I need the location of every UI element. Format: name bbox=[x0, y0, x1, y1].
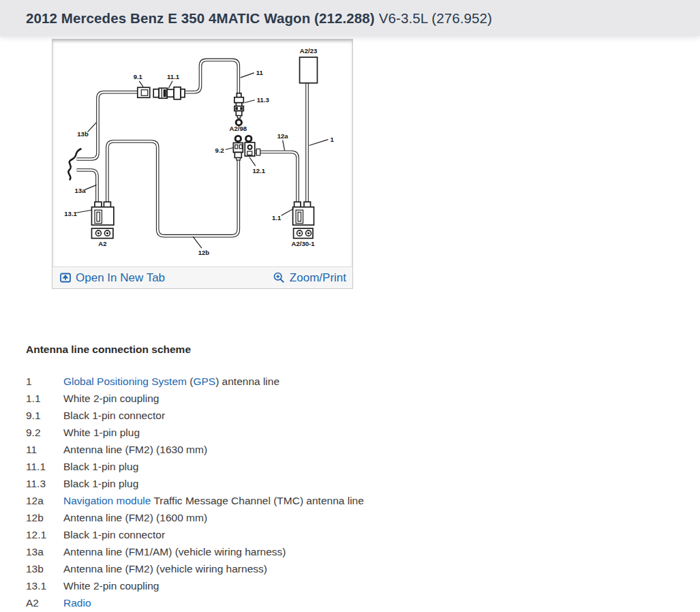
legend-row: 9.2White 1-pin plug bbox=[26, 424, 700, 441]
legend-row: 11.3Black 1-pin plug bbox=[26, 475, 700, 492]
legend-item-id: 11.1 bbox=[26, 458, 63, 475]
a2-23-box bbox=[300, 57, 318, 83]
legend-item-plain-text: Black 1-pin plug bbox=[63, 478, 138, 489]
legend-item-id: 1.1 bbox=[26, 390, 63, 407]
legend-item-link[interactable]: Navigation module bbox=[63, 495, 151, 506]
legend-item-id: 12.1 bbox=[26, 526, 63, 543]
label-11: 11 bbox=[256, 69, 264, 76]
harness-break-symbol bbox=[68, 149, 80, 180]
legend-row: 1Global Positioning System (GPS) antenna… bbox=[26, 373, 700, 390]
legend-heading: Antenna line connection scheme bbox=[26, 343, 700, 356]
page-title-engine: V6-3.5L (276.952) bbox=[379, 10, 492, 26]
legend-item-plain-text: White 2-pin coupling bbox=[63, 580, 159, 592]
diagram-panel: A2/23 11 9.1 11.1 11.3 A2/98 9.2 12.1 12… bbox=[52, 39, 353, 289]
connector-9-2 bbox=[233, 143, 243, 160]
page-title: 2012 Mercedes Benz E 350 4MATIC Wagon (2… bbox=[26, 10, 492, 27]
open-in-new-tab-label: Open In New Tab bbox=[76, 271, 165, 285]
legend-row: 11Antenna line (FM2) (1630 mm) bbox=[26, 441, 700, 458]
legend-item-text: Antenna line (FM2) (1600 mm) bbox=[63, 509, 207, 526]
legend-item-link[interactable]: Global Positioning System bbox=[63, 376, 187, 387]
legend-item-id: 9.2 bbox=[26, 424, 63, 441]
legend-row: 9.1Black 1-pin connector bbox=[26, 407, 700, 424]
legend-item-plain-text: Antenna line (FM2) (vehicle wiring harne… bbox=[63, 563, 267, 575]
label-11-3: 11.3 bbox=[257, 96, 269, 104]
legend-row: 13.1White 2-pin coupling bbox=[26, 577, 700, 594]
legend-item-text: White 2-pin coupling bbox=[63, 390, 159, 407]
label-11-1: 11.1 bbox=[167, 73, 180, 80]
label-13-1: 13.1 bbox=[64, 210, 77, 217]
legend-item-text: Black 1-pin plug bbox=[63, 458, 138, 475]
legend-item-id: 13a bbox=[26, 543, 63, 560]
legend-item-text: Navigation module Traffic Message Channe… bbox=[63, 492, 364, 509]
label-13a: 13a bbox=[75, 187, 87, 194]
a2-98-socket-left bbox=[235, 136, 241, 141]
label-1: 1 bbox=[330, 136, 334, 143]
legend-row: 13bAntenna line (FM2) (vehicle wiring ha… bbox=[26, 560, 700, 577]
connector-13-1 bbox=[91, 202, 113, 225]
connector-12-1 bbox=[245, 142, 260, 156]
legend-item-link[interactable]: GPS bbox=[193, 376, 215, 387]
legend-item-id: A2 bbox=[26, 594, 63, 611]
legend-row: 12.1Black 1-pin connector bbox=[26, 526, 700, 543]
diagram-panel-footer: Open In New Tab Zoom/Print bbox=[52, 266, 352, 288]
open-in-new-tab-icon bbox=[60, 273, 71, 283]
legend-item-id: 11 bbox=[26, 441, 63, 458]
legend-item-id: 12a bbox=[26, 492, 63, 509]
label-13b: 13b bbox=[77, 130, 89, 138]
legend-row: 11.1Black 1-pin plug bbox=[26, 458, 700, 475]
open-in-new-tab-link[interactable]: Open In New Tab bbox=[60, 271, 165, 285]
legend-item-link[interactable]: Radio bbox=[63, 597, 91, 609]
legend-row: A2Radio bbox=[26, 594, 700, 611]
label-1-1: 1.1 bbox=[272, 214, 281, 221]
legend-item-id: 11.3 bbox=[26, 475, 63, 492]
legend-item-text: Antenna line (FM2) (vehicle wiring harne… bbox=[63, 560, 267, 577]
legend-item-plain-text: Traffic Message Channel (TMC) antenna li… bbox=[151, 495, 363, 506]
legend-item-text: White 1-pin plug bbox=[63, 424, 140, 441]
wiring-diagram-svg: A2/23 11 9.1 11.1 11.3 A2/98 9.2 12.1 12… bbox=[52, 40, 352, 266]
zoom-print-label: Zoom/Print bbox=[290, 271, 346, 285]
legend-item-id: 1 bbox=[26, 373, 63, 390]
legend-item-plain-text: ( bbox=[187, 376, 193, 387]
label-a2-98: A2/98 bbox=[230, 125, 247, 132]
connector-11-3 bbox=[234, 93, 243, 118]
legend-item-plain-text: White 1-pin plug bbox=[63, 427, 140, 438]
legend-list: 1Global Positioning System (GPS) antenna… bbox=[26, 373, 700, 611]
legend-item-text: Black 1-pin plug bbox=[63, 475, 138, 492]
legend-row: 12bAntenna line (FM2) (1600 mm) bbox=[26, 509, 700, 526]
legend-item-plain-text: Black 1-pin connector bbox=[63, 529, 165, 540]
legend-item-plain-text: White 2-pin coupling bbox=[63, 393, 159, 404]
label-a2-30-1: A2/30-1 bbox=[292, 240, 316, 247]
page-title-vehicle: 2012 Mercedes Benz E 350 4MATIC Wagon (2… bbox=[26, 10, 375, 26]
a2-socket bbox=[91, 228, 112, 238]
a2-30-1-socket bbox=[294, 228, 313, 238]
legend-item-plain-text: Antenna line (FM1/AM) (vehicle wiring ha… bbox=[63, 546, 286, 557]
label-9-2: 9.2 bbox=[215, 147, 224, 154]
legend-row: 13aAntenna line (FM1/AM) (vehicle wiring… bbox=[26, 543, 700, 560]
legend-item-id: 13.1 bbox=[26, 577, 63, 594]
label-9-1: 9.1 bbox=[134, 73, 143, 80]
legend-item-plain-text: Black 1-pin connector bbox=[63, 410, 165, 421]
legend-item-text: Global Positioning System (GPS) antenna … bbox=[63, 373, 279, 390]
legend-item-text: White 2-pin coupling bbox=[63, 577, 159, 594]
label-12b: 12b bbox=[198, 249, 210, 256]
connector-9-1 bbox=[138, 87, 150, 97]
legend-item-id: 13b bbox=[26, 560, 63, 577]
legend-item-text: Black 1-pin connector bbox=[63, 407, 165, 424]
zoom-print-link[interactable]: Zoom/Print bbox=[273, 271, 346, 285]
label-12-1: 12.1 bbox=[252, 167, 265, 174]
zoom-magnifier-icon bbox=[273, 272, 285, 284]
legend-row: 1.1White 2-pin coupling bbox=[26, 390, 700, 407]
wiring-diagram: A2/23 11 9.1 11.1 11.3 A2/98 9.2 12.1 12… bbox=[52, 40, 352, 266]
legend-item-plain-text: ) antenna line bbox=[215, 376, 279, 387]
label-a2: A2 bbox=[98, 240, 106, 247]
legend-item-text: Antenna line (FM1/AM) (vehicle wiring ha… bbox=[63, 543, 286, 560]
legend-item-id: 12b bbox=[26, 509, 63, 526]
legend-item-text: Black 1-pin connector bbox=[63, 526, 165, 543]
legend-item-plain-text: Black 1-pin plug bbox=[63, 461, 138, 472]
a2-98-socket-right bbox=[246, 136, 252, 141]
legend-row: 12aNavigation module Traffic Message Cha… bbox=[26, 492, 700, 509]
legend-item-plain-text: Antenna line (FM2) (1630 mm) bbox=[63, 444, 207, 455]
page-header: 2012 Mercedes Benz E 350 4MATIC Wagon (2… bbox=[0, 0, 700, 36]
label-12a: 12a bbox=[277, 132, 289, 140]
legend-item-text: Antenna line (FM2) (1630 mm) bbox=[63, 441, 207, 458]
